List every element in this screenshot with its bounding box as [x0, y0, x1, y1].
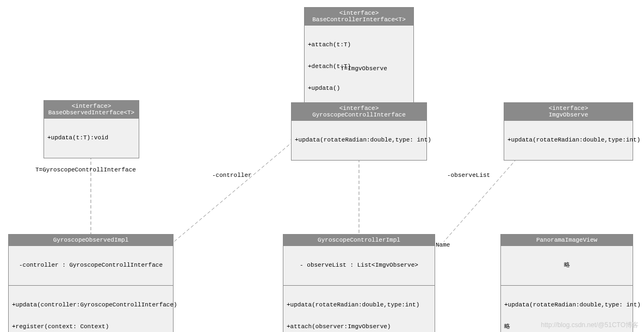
svg-line-3 [160, 138, 298, 253]
label-t-imgv: T=ImgvObserve [340, 65, 387, 72]
class-name: BaseControllerInterface<T> [308, 16, 410, 23]
label-t-gyro: T=GyroscopeControllInterface [35, 167, 136, 173]
class-name: PanoramaImageView [504, 237, 629, 243]
class-header: <interface> ImgvObserve [504, 103, 633, 121]
methods: +updata(rotateRadian:double,type:int) +a… [283, 286, 435, 332]
class-header: GyroscopeControllerImpl [283, 235, 435, 246]
class-imgv-observe: <interface> ImgvObserve +updata(rotateRa… [504, 102, 633, 161]
methods: +updata(rotateRadian:double,type: int) [292, 121, 426, 160]
class-gyroscope-controller-impl: GyroscopeControllerImpl - observeList : … [283, 234, 435, 332]
watermark: http://blog.csdn.net/@51CTO博客 [541, 321, 639, 330]
methods: +updata(controller:GyroscopeControllInte… [9, 286, 173, 332]
class-base-controller-interface: <interface> BaseControllerInterface<T> +… [304, 7, 414, 109]
note-name: Name [436, 242, 450, 248]
attributes: - observeList : List<ImgvObserve> [283, 246, 435, 286]
methods: +updata(rotateRadian:double,type:int) [504, 121, 633, 160]
class-header: PanoramaImageView [501, 235, 633, 246]
attributes: -controller : GyroscopeControllInterface [9, 246, 173, 286]
class-base-observed-interface: <interface> BaseObservedInterface<T> +up… [44, 100, 139, 158]
stereotype: <interface> [308, 10, 410, 16]
class-header: <interface> GyroscopeControllInterface [292, 103, 426, 121]
label-controller: -controller [212, 172, 252, 179]
class-name: GyroscopeObservedImpl [12, 237, 170, 243]
class-header: <interface> BaseControllerInterface<T> [305, 8, 413, 26]
class-name: BaseObservedInterface<T> [47, 109, 135, 116]
class-gyroscope-observed-impl: GyroscopeObservedImpl -controller : Gyro… [8, 234, 174, 332]
methods: +updata(t:T):void [44, 119, 139, 158]
class-name: GyroscopeControllInterface [295, 112, 423, 118]
stereotype: <interface> [507, 105, 629, 112]
class-name: ImgvObserve [507, 112, 629, 118]
attributes: 略 [501, 246, 633, 286]
class-header: <interface> BaseObservedInterface<T> [44, 101, 139, 119]
class-gyroscope-controll-interface: <interface> GyroscopeControllInterface +… [291, 102, 427, 161]
class-panorama-image-view: PanoramaImageView 略 +updata(rotateRadian… [500, 234, 633, 332]
stereotype: <interface> [295, 105, 423, 112]
class-header: GyroscopeObservedImpl [9, 235, 173, 246]
stereotype: <interface> [47, 103, 135, 109]
label-observelist: -observeList [447, 172, 490, 179]
class-name: GyroscopeControllerImpl [287, 237, 431, 243]
